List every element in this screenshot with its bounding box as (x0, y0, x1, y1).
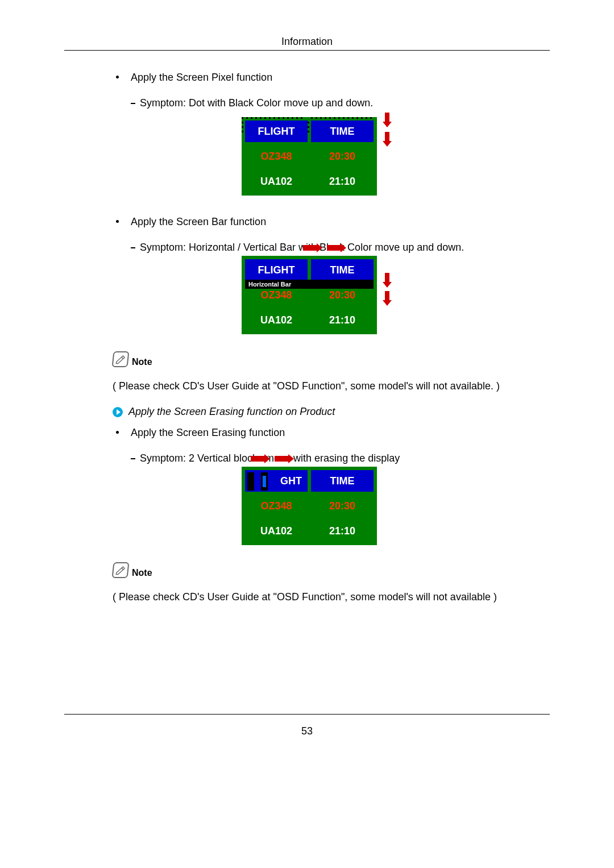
td-2110: 21:10 (311, 309, 374, 331)
bullet-bar-text: Apply the Screen Bar function (131, 216, 266, 227)
th-time: TIME (311, 121, 374, 142)
bullet-pixel-text: Apply the Screen Pixel function (131, 72, 272, 83)
page-number: 53 (0, 725, 614, 737)
arrow-down-icon (383, 273, 392, 288)
figure-3-wrap: GHT TIME OZ348 20:30 UA102 21:10 (113, 467, 506, 545)
td-ua102: UA102 (245, 171, 308, 192)
note-1: Note (113, 351, 506, 367)
header-rule (64, 50, 550, 51)
arrow-right-icon (275, 454, 294, 463)
flight-table-1: FLIGHT TIME OZ348 20:30 UA102 21:10 (242, 117, 377, 196)
td-oz348: OZ348 (245, 495, 308, 517)
erase-block-1 (247, 472, 254, 491)
page: { "header": { "title": "Information" }, … (0, 0, 614, 868)
partial-ght-text: GHT (280, 475, 302, 487)
note-icon (112, 562, 130, 578)
erase-block-2 (261, 472, 268, 491)
bullet-dot-icon (116, 220, 119, 223)
dash-icon (131, 458, 135, 459)
arrow-down-icon (383, 132, 392, 147)
note-icon (112, 351, 130, 367)
figure-2-wrap: FLIGHT TIME OZ348 20:30 UA102 21:10 Hori… (113, 256, 506, 334)
td-2110: 21:10 (311, 171, 374, 192)
note-label: Note (132, 568, 152, 578)
arrow-circle-right-icon (113, 407, 123, 417)
note-2-text: ( Please check CD's User Guide at "OSD F… (113, 589, 506, 604)
td-2110: 21:10 (311, 520, 374, 542)
dash-icon (131, 103, 135, 104)
symptom-pixel-text: Symptom: Dot with Black Color move up an… (140, 97, 373, 109)
arrow-down-icon (383, 291, 392, 306)
bullet-bar-function: Apply the Screen Bar function (113, 216, 506, 228)
td-ua102: UA102 (245, 309, 308, 331)
note-2: Note (113, 562, 506, 578)
flight-table-3: GHT TIME OZ348 20:30 UA102 21:10 (242, 467, 377, 545)
arrow-right-icon (327, 243, 346, 252)
bullet-dot-icon (116, 431, 119, 434)
td-2030: 20:30 (311, 495, 374, 517)
figure-1: FLIGHT TIME OZ348 20:30 UA102 21:10 (242, 117, 377, 196)
bullet-dot-icon (116, 76, 119, 78)
dash-icon (131, 247, 135, 248)
th-flight-partial: GHT (245, 470, 308, 492)
blue-bullet-row: Apply the Screen Erasing function on Pro… (113, 406, 506, 418)
bullet-pixel-function: Apply the Screen Pixel function (113, 72, 506, 84)
bullet-erasing-text: Apply the Screen Erasing function (131, 427, 285, 438)
td-ua102: UA102 (245, 520, 308, 542)
figure-1-wrap: FLIGHT TIME OZ348 20:30 UA102 21:10 (113, 117, 506, 196)
symptom-erasing: Symptom: 2 Vertical blocks move with era… (113, 452, 506, 464)
td-oz348: OZ348 (245, 146, 308, 167)
th-flight: FLIGHT (245, 259, 308, 281)
figure-2: FLIGHT TIME OZ348 20:30 UA102 21:10 Hori… (242, 256, 377, 334)
blue-bullet-text: Apply the Screen Erasing function on Pro… (128, 406, 335, 418)
content-area: Apply the Screen Pixel function Symptom:… (113, 64, 506, 604)
flight-table-2: FLIGHT TIME OZ348 20:30 UA102 21:10 Hori… (242, 256, 377, 334)
arrow-right-icon (303, 243, 322, 252)
figure-3: GHT TIME OZ348 20:30 UA102 21:10 (242, 467, 377, 545)
symptom-bar-text: Symptom: Horizontal / Vertical Bar with … (140, 242, 464, 253)
footer-rule (64, 714, 550, 715)
th-flight: FLIGHT (245, 121, 308, 142)
th-time: TIME (311, 259, 374, 281)
td-2030: 20:30 (311, 146, 374, 167)
note-label: Note (132, 357, 152, 367)
bullet-erasing-function: Apply the Screen Erasing function (113, 427, 506, 439)
arrow-down-icon (383, 113, 392, 127)
note-1-text: ( Please check CD's User Guide at "OSD F… (113, 379, 506, 393)
symptom-pixel: Symptom: Dot with Black Color move up an… (113, 97, 506, 109)
page-header-title: Information (0, 36, 614, 48)
arrow-right-icon (251, 454, 270, 463)
th-time: TIME (311, 470, 374, 492)
horizontal-bar-overlay: Horizontal Bar (245, 280, 374, 289)
